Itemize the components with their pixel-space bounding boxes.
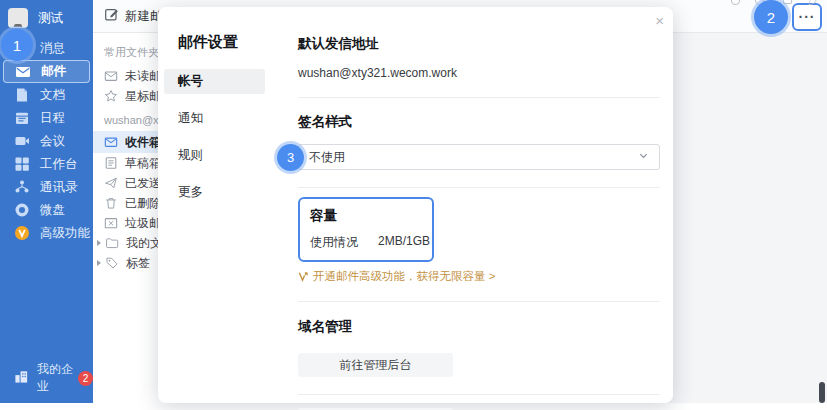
signature-heading: 签名样式 <box>298 113 660 131</box>
sidebar-item-drive[interactable]: 微盘 <box>0 199 93 221</box>
default-address-heading: 默认发信地址 <box>298 35 660 53</box>
go-admin-console-button[interactable]: 前往管理后台 <box>298 353 453 377</box>
company-notification-badge: 2 <box>78 371 93 386</box>
sidebar-item-label: 工作台 <box>40 156 78 173</box>
workspace-name: 测试 <box>38 10 63 27</box>
sidebar-nav: 消息 邮件 文档 日程 <box>0 37 93 244</box>
upgrade-premium-link[interactable]: 开通邮件高级功能，获得无限容量 > <box>298 269 660 284</box>
capacity-heading: 容量 <box>310 207 432 225</box>
app-screen: 测试 消息 邮件 <box>0 0 827 410</box>
clipped-toolbar-icon <box>731 0 740 5</box>
sidebar-item-label: 邮件 <box>41 63 66 80</box>
junk-mail-icon <box>104 216 118 230</box>
mail-settings-modal: × 邮件设置 帐号 通知 规则 更多 默认发信地址 wushan@xty321.… <box>158 7 673 403</box>
sidebar-item-label: 通讯录 <box>40 179 78 196</box>
signature-style-select[interactable]: 不使用 <box>298 144 660 170</box>
settings-title: 邮件设置 <box>178 33 273 52</box>
divider <box>298 301 660 302</box>
capacity-highlight-box: 容量 使用情况 2MB/1GB <box>298 197 434 262</box>
folder-label: 已发送 <box>125 175 161 192</box>
more-options-button[interactable]: ··· <box>792 3 822 31</box>
annotation-step-3: 3 <box>277 144 304 171</box>
tag-icon <box>105 256 119 270</box>
usage-value: 2MB/1GB <box>378 234 430 251</box>
draft-icon <box>104 156 118 170</box>
sidebar-item-docs[interactable]: 文档 <box>0 84 93 106</box>
premium-icon <box>14 225 30 241</box>
divider <box>298 394 660 395</box>
sidebar-item-mail[interactable]: 邮件 <box>3 60 90 83</box>
sidebar-item-label: 消息 <box>40 40 65 57</box>
default-address-value: wushan@xty321.wecom.work <box>298 66 660 80</box>
my-company-label: 我的企业 <box>37 361 73 395</box>
divider <box>298 187 660 188</box>
folder-label: 草稿箱 <box>125 155 161 172</box>
sidebar-item-label: 微盘 <box>40 202 65 219</box>
sent-icon <box>104 176 118 190</box>
sidebar-item-label: 文档 <box>40 87 65 104</box>
sidebar-item-meeting[interactable]: 会议 <box>0 130 93 152</box>
close-icon[interactable]: × <box>655 13 664 28</box>
trash-icon <box>104 196 118 210</box>
building-icon <box>14 369 29 387</box>
annotation-step-1: 1 <box>1 29 33 61</box>
usage-label: 使用情况 <box>310 234 358 251</box>
topbar-right: ··· <box>792 0 822 33</box>
premium-upgrade-icon <box>298 271 309 282</box>
tab-label: 通知 <box>178 110 203 127</box>
calendar-icon <box>14 110 30 126</box>
sidebar-item-premium-features[interactable]: 高级功能 <box>0 222 93 244</box>
domain-heading: 域名管理 <box>298 318 660 336</box>
settings-body: 默认发信地址 wushan@xty321.wecom.work 签名样式 不使用… <box>273 7 673 403</box>
caret-right-icon <box>97 260 101 266</box>
scrollbar-thumb[interactable] <box>819 382 825 403</box>
settings-tab-rules[interactable]: 规则 <box>164 143 265 168</box>
annotation-step-2: 2 <box>754 0 788 34</box>
upgrade-link-text: 开通邮件高级功能，获得无限容量 > <box>313 269 495 284</box>
unread-mail-icon <box>104 69 118 83</box>
folder-label: 收件箱 <box>125 134 161 151</box>
drive-icon <box>14 202 30 218</box>
settings-tab-account[interactable]: 帐号 <box>164 69 265 94</box>
workspace-avatar[interactable] <box>8 8 28 28</box>
clipped-toolbar-icon <box>783 0 792 4</box>
contacts-icon <box>14 179 30 195</box>
divider <box>298 97 660 98</box>
more-icon: ··· <box>799 9 816 25</box>
compose-icon <box>104 7 119 25</box>
sidebar-item-label: 会议 <box>40 133 65 150</box>
sidebar-item-label: 日程 <box>40 110 65 127</box>
tab-label: 帐号 <box>178 73 203 90</box>
caret-right-icon <box>97 240 101 246</box>
inbox-icon <box>104 135 118 149</box>
tab-label: 规则 <box>178 147 203 164</box>
workspace-row[interactable]: 测试 <box>0 0 93 30</box>
selected-option: 不使用 <box>309 149 345 166</box>
sidebar-item-workbench[interactable]: 工作台 <box>0 153 93 175</box>
chevron-down-icon <box>638 150 649 164</box>
star-icon <box>104 89 118 103</box>
sidebar-item-contacts[interactable]: 通讯录 <box>0 176 93 198</box>
meeting-icon <box>14 133 30 149</box>
folder-label: 标签 <box>126 255 150 272</box>
doc-icon <box>14 87 30 103</box>
tab-label: 更多 <box>178 184 203 201</box>
sidebar-item-calendar[interactable]: 日程 <box>0 107 93 129</box>
sidebar-item-label: 高级功能 <box>40 225 90 242</box>
workbench-icon <box>14 156 30 172</box>
settings-tab-more[interactable]: 更多 <box>164 180 265 205</box>
sidebar-item-my-company[interactable]: 我的企业 2 <box>0 361 93 395</box>
mail-icon <box>15 64 31 80</box>
folder-label: 已删除 <box>125 195 161 212</box>
settings-nav: 邮件设置 帐号 通知 规则 更多 <box>158 7 273 403</box>
settings-tab-notifications[interactable]: 通知 <box>164 106 265 131</box>
folder-icon <box>105 236 119 250</box>
